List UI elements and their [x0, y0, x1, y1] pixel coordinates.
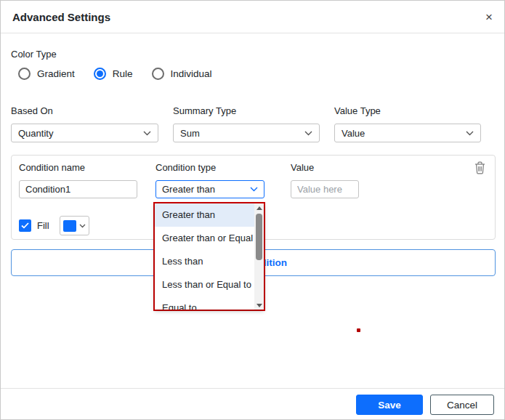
- condition-name-label: Condition name: [19, 162, 85, 173]
- summary-type-dropdown[interactable]: Sum: [173, 124, 320, 142]
- save-button[interactable]: Save: [356, 395, 423, 415]
- chevron-down-icon: [79, 224, 86, 228]
- radio-label: Individual: [171, 68, 212, 79]
- popup-scrollbar[interactable]: [254, 203, 264, 310]
- cancel-button[interactable]: Cancel: [430, 395, 494, 415]
- delete-condition-icon[interactable]: [474, 161, 485, 177]
- radio-option-gradient[interactable]: Gradient: [18, 68, 75, 80]
- popup-item-greater-than[interactable]: Greater than: [155, 203, 254, 227]
- check-icon: [21, 222, 29, 229]
- condition-type-value: Greater than: [162, 184, 215, 195]
- radio-option-rule[interactable]: Rule: [94, 68, 133, 80]
- based-on-label: Based On: [11, 105, 53, 116]
- popup-item-greater-than-or-equal[interactable]: Greater than or Equal to: [155, 227, 254, 250]
- close-icon[interactable]: ×: [485, 1, 493, 33]
- radio-icon: [18, 68, 31, 80]
- annotation-dot: [357, 328, 360, 332]
- chevron-down-icon: [250, 187, 258, 192]
- condition-type-popup: Greater than Greater than or Equal to Le…: [155, 203, 264, 310]
- fill-row: Fill: [19, 216, 89, 235]
- condition-value-input[interactable]: [291, 180, 359, 198]
- radio-label: Gradient: [37, 68, 75, 79]
- based-on-value: Quantity: [18, 128, 53, 139]
- summary-type-label: Summary Type: [173, 105, 236, 116]
- value-type-dropdown[interactable]: Value: [334, 124, 481, 142]
- popup-item-list: Greater than Greater than or Equal to Le…: [155, 203, 254, 310]
- chevron-down-icon: [143, 131, 151, 136]
- value-type-value: Value: [342, 128, 365, 139]
- radio-label: Rule: [113, 68, 133, 79]
- summary-type-value: Sum: [180, 128, 200, 139]
- scroll-down-icon[interactable]: [254, 301, 264, 310]
- condition-value-label: Value: [291, 162, 314, 173]
- color-type-radio-group: Gradient Rule Individual: [18, 68, 212, 80]
- fill-label: Fill: [37, 220, 49, 231]
- popup-item-less-than-or-equal[interactable]: Less than or Equal to: [155, 273, 254, 296]
- chevron-down-icon: [304, 131, 312, 136]
- dialog-footer: Save Cancel: [1, 388, 504, 420]
- scroll-up-icon[interactable]: [254, 203, 264, 212]
- condition-type-dropdown[interactable]: Greater than: [155, 180, 264, 198]
- scrollbar-thumb[interactable]: [256, 214, 262, 260]
- fill-checkbox-checked[interactable]: [19, 219, 31, 232]
- color-swatch: [63, 220, 76, 232]
- chevron-down-icon: [466, 131, 474, 136]
- dialog-title: Advanced Settings: [12, 1, 110, 33]
- value-type-label: Value Type: [334, 105, 381, 116]
- advanced-settings-dialog: Advanced Settings × Color Type Gradient …: [0, 0, 505, 420]
- radio-selected-icon: [94, 68, 106, 80]
- popup-item-less-than[interactable]: Less than: [155, 250, 254, 273]
- fill-color-picker[interactable]: [60, 216, 89, 235]
- condition-name-input[interactable]: [19, 180, 137, 198]
- based-on-dropdown[interactable]: Quantity: [11, 124, 158, 142]
- color-type-label: Color Type: [11, 49, 57, 60]
- annotation-highlight: Greater than Greater than or Equal to Le…: [153, 202, 265, 311]
- radio-option-individual[interactable]: Individual: [152, 68, 212, 80]
- radio-icon: [152, 68, 164, 80]
- dialog-header: Advanced Settings ×: [1, 1, 504, 33]
- popup-item-equal-to[interactable]: Equal to: [155, 296, 254, 310]
- condition-type-label: Condition type: [155, 162, 216, 173]
